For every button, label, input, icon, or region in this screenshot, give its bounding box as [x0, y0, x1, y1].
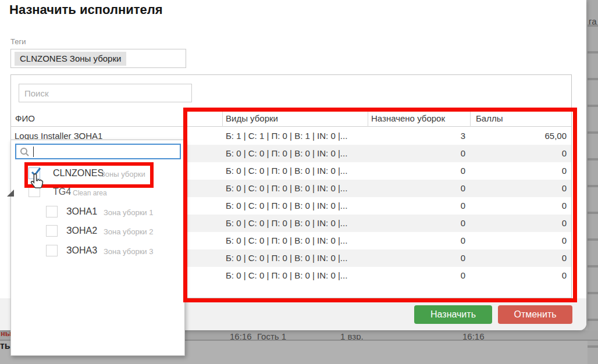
background-checkin-time: 16:16 — [230, 331, 252, 341]
tree-item-code[interactable]: ЗОНА1 — [66, 206, 97, 217]
tags-input[interactable]: CLNZONES Зоны уборки — [10, 49, 186, 68]
checkbox-zona1[interactable] — [46, 206, 58, 217]
dropdown-search-input[interactable] — [15, 144, 181, 159]
tree-item-label: Зона уборки 1 — [104, 208, 153, 217]
cancel-button[interactable]: Отменить — [498, 305, 572, 324]
background-text-fragment-right: га — [589, 16, 596, 26]
background-pax-count: 1 взр. — [340, 331, 364, 341]
tree-item-code[interactable]: ЗОНА2 — [66, 226, 97, 236]
hand-cursor-icon — [29, 173, 44, 191]
people-search-input[interactable] — [19, 84, 192, 102]
background-guest-name: Гость 1 — [257, 331, 286, 341]
background-text-fragment-bold: ть — [0, 341, 10, 351]
column-header-fio[interactable]: ФИО — [15, 113, 35, 123]
tree-item-code[interactable]: TG4 — [53, 187, 71, 197]
tree-expand-triangle-icon[interactable] — [7, 190, 14, 197]
tree-item-label: Зона уборки 3 — [104, 247, 153, 256]
tree-item-label: Clean area — [73, 189, 107, 197]
tags-label: Теги — [10, 37, 26, 46]
tree-item-label: Зона уборки 2 — [104, 227, 153, 236]
background-app-right-strip — [588, 0, 598, 364]
annotation-rectangle-table — [183, 108, 577, 302]
background-checkout-time: 16:16 — [462, 331, 485, 341]
text-caret — [33, 147, 34, 157]
page-title: Назначить исполнителя — [9, 2, 163, 17]
checkbox-zona2[interactable] — [46, 225, 58, 237]
checkbox-zona3[interactable] — [46, 245, 58, 256]
assign-button[interactable]: Назначить — [414, 305, 492, 324]
tag-chip[interactable]: CLNZONES Зоны уборки — [15, 52, 126, 66]
search-icon — [20, 147, 30, 157]
tree-item-code[interactable]: ЗОНА3 — [66, 245, 97, 256]
